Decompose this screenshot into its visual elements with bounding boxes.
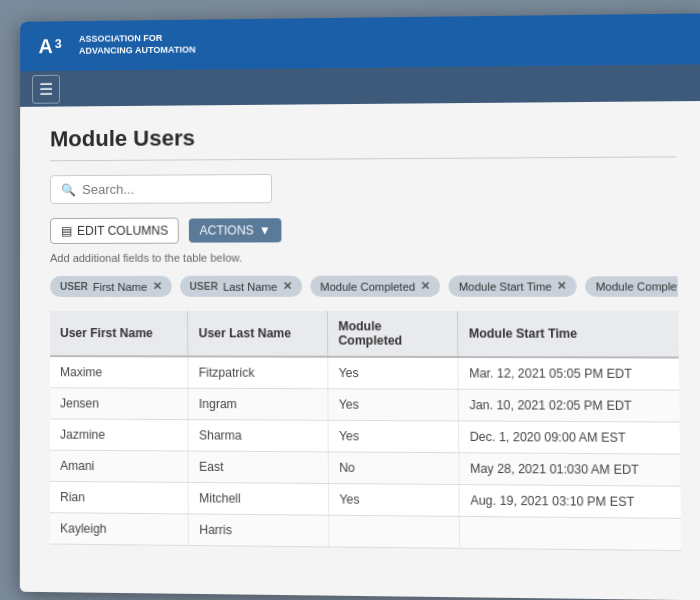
cell-start-time: Jan. 10, 2021 02:05 PM EDT — [458, 389, 679, 422]
cell-completed: Yes — [328, 484, 459, 517]
cell-last-name: Harris — [188, 514, 328, 547]
cell-completed — [329, 515, 460, 548]
cell-last-name: East — [188, 451, 328, 484]
cell-first-name: Maxime — [50, 356, 188, 388]
chip-first-name[interactable]: USER First Name ✕ — [50, 276, 171, 297]
table-header-row: User First Name User Last Name Module Co… — [50, 311, 679, 358]
cell-completed: Yes — [328, 357, 459, 389]
cell-first-name: Amani — [50, 450, 188, 482]
chip-module-start-time-close[interactable]: ✕ — [557, 279, 567, 292]
chip-module-start-time[interactable]: Module Start Time ✕ — [448, 275, 577, 297]
search-bar: 🔍 — [50, 174, 272, 204]
hamburger-menu-button[interactable]: ☰ — [32, 74, 60, 103]
chip-module-completed-close[interactable]: ✕ — [420, 280, 429, 293]
browser-window: A 3 ASSOCIATION FOR ADVANCING AUTOMATION… — [20, 13, 700, 600]
columns-icon: ▤ — [61, 224, 72, 238]
col-header-start-time: Module Start Time — [458, 311, 679, 357]
table-row: Maxime Fitzpatrick Yes Mar. 12, 2021 05:… — [50, 356, 679, 390]
col-header-first-name: User First Name — [50, 311, 188, 356]
table-row: Jensen Ingram Yes Jan. 10, 2021 02:05 PM… — [50, 388, 680, 422]
col-header-completed: Module Completed — [327, 311, 458, 357]
cell-first-name: Jazmine — [50, 419, 188, 451]
cell-start-time: Mar. 12, 2021 05:05 PM EDT — [458, 357, 679, 390]
chevron-down-icon: ▼ — [259, 223, 271, 237]
cell-last-name: Sharma — [188, 420, 328, 452]
svg-text:3: 3 — [55, 37, 62, 51]
data-table: User First Name User Last Name Module Co… — [50, 311, 681, 551]
svg-text:A: A — [39, 35, 53, 57]
cell-start-time: Dec. 1, 2020 09:00 AM EST — [459, 421, 680, 454]
toolbar: ▤ EDIT COLUMNS ACTIONS ▼ — [50, 216, 677, 244]
chip-module-completed[interactable]: Module Completed ✕ — [310, 275, 440, 296]
cell-first-name: Rian — [50, 481, 188, 514]
cell-completed: Yes — [328, 420, 459, 452]
a3-logo-icon: A 3 — [35, 28, 71, 64]
chip-last-name-close[interactable]: ✕ — [282, 280, 291, 293]
search-input[interactable] — [82, 181, 261, 197]
page-title: Module Users — [50, 122, 676, 153]
cell-first-name: Kayleigh — [50, 513, 189, 546]
title-divider — [50, 156, 676, 161]
filter-chips: USER First Name ✕ USER Last Name ✕ Modul… — [50, 275, 678, 297]
hint-text: Add additional fields to the table below… — [50, 251, 677, 264]
main-content: Module Users 🔍 ▤ EDIT COLUMNS ACTIONS ▼ … — [20, 101, 700, 600]
chip-module-completion[interactable]: Module Completion — [585, 276, 678, 297]
actions-button[interactable]: ACTIONS ▼ — [189, 218, 281, 242]
nav-bar: ☰ — [20, 64, 700, 107]
table-row: Kayleigh Harris — [50, 513, 681, 551]
cell-first-name: Jensen — [50, 388, 188, 420]
table-row: Amani East No May 28, 2021 01:030 AM EDT — [50, 450, 680, 486]
top-bar: A 3 ASSOCIATION FOR ADVANCING AUTOMATION — [20, 13, 700, 71]
edit-columns-button[interactable]: ▤ EDIT COLUMNS — [50, 218, 179, 244]
cell-start-time: Aug. 19, 2021 03:10 PM EST — [459, 485, 681, 519]
table-row: Jazmine Sharma Yes Dec. 1, 2020 09:00 AM… — [50, 419, 680, 454]
cell-last-name: Ingram — [188, 388, 328, 420]
cell-completed: Yes — [328, 389, 459, 421]
cell-start-time: May 28, 2021 01:030 AM EDT — [459, 453, 681, 487]
col-header-last-name: User Last Name — [188, 311, 328, 357]
cell-last-name: Fitzpatrick — [188, 356, 328, 388]
logo-area: A 3 ASSOCIATION FOR ADVANCING AUTOMATION — [35, 27, 196, 65]
search-icon: 🔍 — [61, 183, 76, 197]
logo-text: ASSOCIATION FOR ADVANCING AUTOMATION — [79, 33, 196, 58]
chip-last-name[interactable]: USER Last Name ✕ — [180, 276, 302, 297]
chip-first-name-close[interactable]: ✕ — [152, 280, 161, 293]
cell-completed: No — [328, 452, 459, 485]
cell-last-name: Mitchell — [188, 482, 328, 515]
cell-start-time — [459, 516, 681, 550]
